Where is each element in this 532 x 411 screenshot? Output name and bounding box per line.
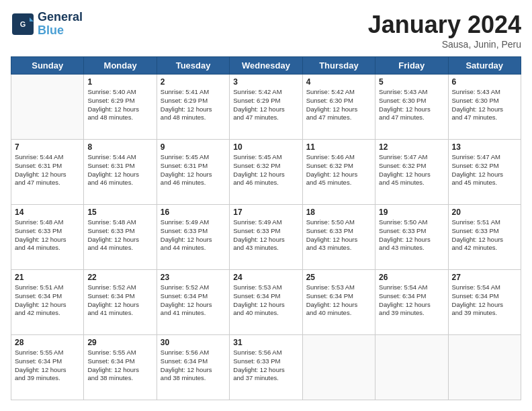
day-number: 22 xyxy=(87,273,152,282)
calendar-cell: 28Sunrise: 5:55 AM Sunset: 6:34 PM Dayli… xyxy=(11,335,84,400)
day-details: Sunrise: 5:51 AM Sunset: 6:33 PM Dayligh… xyxy=(452,218,517,253)
calendar-cell: 16Sunrise: 5:49 AM Sunset: 6:33 PM Dayli… xyxy=(157,205,229,270)
day-details: Sunrise: 5:53 AM Sunset: 6:34 PM Dayligh… xyxy=(306,283,371,318)
calendar-table: SundayMondayTuesdayWednesdayThursdayFrid… xyxy=(11,56,521,400)
calendar-week-1: 1Sunrise: 5:40 AM Sunset: 6:29 PM Daylig… xyxy=(11,75,521,140)
calendar-cell: 5Sunrise: 5:43 AM Sunset: 6:30 PM Daylig… xyxy=(375,75,448,140)
day-number: 21 xyxy=(15,273,80,282)
day-details: Sunrise: 5:48 AM Sunset: 6:33 PM Dayligh… xyxy=(87,218,152,253)
day-number: 20 xyxy=(452,208,517,217)
title-block: January 2024 Sausa, Junin, Peru xyxy=(368,11,521,50)
day-number: 19 xyxy=(379,208,444,217)
calendar-cell: 18Sunrise: 5:50 AM Sunset: 6:33 PM Dayli… xyxy=(302,205,375,270)
calendar-cell: 14Sunrise: 5:48 AM Sunset: 6:33 PM Dayli… xyxy=(11,205,84,270)
day-number: 6 xyxy=(452,77,517,87)
day-details: Sunrise: 5:44 AM Sunset: 6:31 PM Dayligh… xyxy=(87,153,152,187)
weekday-header-thursday: Thursday xyxy=(302,57,375,75)
day-number: 18 xyxy=(306,208,371,217)
day-details: Sunrise: 5:50 AM Sunset: 6:33 PM Dayligh… xyxy=(379,218,444,253)
calendar-cell: 20Sunrise: 5:51 AM Sunset: 6:33 PM Dayli… xyxy=(448,205,521,270)
day-number: 4 xyxy=(306,77,371,87)
day-details: Sunrise: 5:49 AM Sunset: 6:33 PM Dayligh… xyxy=(233,218,298,253)
calendar-week-3: 14Sunrise: 5:48 AM Sunset: 6:33 PM Dayli… xyxy=(11,205,521,270)
calendar-cell: 8Sunrise: 5:44 AM Sunset: 6:31 PM Daylig… xyxy=(84,140,157,205)
header: G General Blue January 2024 Sausa, Junin… xyxy=(11,11,521,50)
day-details: Sunrise: 5:40 AM Sunset: 6:29 PM Dayligh… xyxy=(87,88,152,122)
day-number: 3 xyxy=(233,77,298,87)
weekday-header-tuesday: Tuesday xyxy=(157,57,229,75)
day-number: 14 xyxy=(15,208,80,217)
calendar-cell: 23Sunrise: 5:52 AM Sunset: 6:34 PM Dayli… xyxy=(157,270,229,335)
weekday-header-monday: Monday xyxy=(84,57,157,75)
day-number: 31 xyxy=(233,338,298,347)
day-details: Sunrise: 5:52 AM Sunset: 6:34 PM Dayligh… xyxy=(87,283,152,318)
calendar-cell: 19Sunrise: 5:50 AM Sunset: 6:33 PM Dayli… xyxy=(375,205,448,270)
calendar-week-2: 7Sunrise: 5:44 AM Sunset: 6:31 PM Daylig… xyxy=(11,140,521,205)
day-number: 25 xyxy=(306,273,371,282)
calendar-cell: 31Sunrise: 5:56 AM Sunset: 6:33 PM Dayli… xyxy=(230,335,302,400)
day-number: 23 xyxy=(161,273,226,282)
calendar-cell: 17Sunrise: 5:49 AM Sunset: 6:33 PM Dayli… xyxy=(230,205,302,270)
day-details: Sunrise: 5:43 AM Sunset: 6:30 PM Dayligh… xyxy=(452,88,517,122)
month-title: January 2024 xyxy=(368,11,521,39)
calendar-cell: 29Sunrise: 5:55 AM Sunset: 6:34 PM Dayli… xyxy=(84,335,157,400)
calendar-cell: 6Sunrise: 5:43 AM Sunset: 6:30 PM Daylig… xyxy=(448,75,521,140)
weekday-header-row: SundayMondayTuesdayWednesdayThursdayFrid… xyxy=(11,57,521,75)
calendar-cell: 2Sunrise: 5:41 AM Sunset: 6:29 PM Daylig… xyxy=(157,75,229,140)
day-number: 28 xyxy=(15,338,80,347)
day-details: Sunrise: 5:43 AM Sunset: 6:30 PM Dayligh… xyxy=(379,88,444,122)
calendar-cell: 3Sunrise: 5:42 AM Sunset: 6:29 PM Daylig… xyxy=(230,75,302,140)
subtitle: Sausa, Junin, Peru xyxy=(368,39,521,50)
calendar-cell: 9Sunrise: 5:45 AM Sunset: 6:31 PM Daylig… xyxy=(157,140,229,205)
day-details: Sunrise: 5:54 AM Sunset: 6:34 PM Dayligh… xyxy=(452,283,517,318)
day-number: 5 xyxy=(379,77,444,87)
day-details: Sunrise: 5:56 AM Sunset: 6:34 PM Dayligh… xyxy=(161,349,226,383)
logo-blue: Blue xyxy=(38,24,83,38)
logo-icon: G xyxy=(11,12,35,36)
day-details: Sunrise: 5:55 AM Sunset: 6:34 PM Dayligh… xyxy=(87,349,152,383)
logo-general: General xyxy=(38,11,83,24)
calendar-cell xyxy=(448,335,521,400)
calendar-cell: 13Sunrise: 5:47 AM Sunset: 6:32 PM Dayli… xyxy=(448,140,521,205)
calendar-cell xyxy=(375,335,448,400)
day-number: 2 xyxy=(161,77,226,87)
day-details: Sunrise: 5:55 AM Sunset: 6:34 PM Dayligh… xyxy=(15,349,80,383)
day-details: Sunrise: 5:51 AM Sunset: 6:34 PM Dayligh… xyxy=(15,283,80,318)
day-number: 1 xyxy=(87,77,152,87)
day-number: 7 xyxy=(15,142,80,152)
logo: G General Blue xyxy=(11,11,83,38)
day-number: 30 xyxy=(161,338,226,347)
page: G General Blue January 2024 Sausa, Junin… xyxy=(0,0,532,411)
day-number: 13 xyxy=(452,142,517,152)
day-details: Sunrise: 5:45 AM Sunset: 6:32 PM Dayligh… xyxy=(233,153,298,187)
calendar-cell: 24Sunrise: 5:53 AM Sunset: 6:34 PM Dayli… xyxy=(230,270,302,335)
day-number: 16 xyxy=(161,208,226,217)
calendar-week-5: 28Sunrise: 5:55 AM Sunset: 6:34 PM Dayli… xyxy=(11,335,521,400)
day-details: Sunrise: 5:46 AM Sunset: 6:32 PM Dayligh… xyxy=(306,153,371,187)
day-details: Sunrise: 5:47 AM Sunset: 6:32 PM Dayligh… xyxy=(379,153,444,187)
day-number: 29 xyxy=(87,338,152,347)
day-details: Sunrise: 5:54 AM Sunset: 6:34 PM Dayligh… xyxy=(379,283,444,318)
day-details: Sunrise: 5:41 AM Sunset: 6:29 PM Dayligh… xyxy=(161,88,226,122)
day-details: Sunrise: 5:49 AM Sunset: 6:33 PM Dayligh… xyxy=(161,218,226,253)
calendar-cell: 7Sunrise: 5:44 AM Sunset: 6:31 PM Daylig… xyxy=(11,140,84,205)
calendar-week-4: 21Sunrise: 5:51 AM Sunset: 6:34 PM Dayli… xyxy=(11,270,521,335)
calendar-cell: 21Sunrise: 5:51 AM Sunset: 6:34 PM Dayli… xyxy=(11,270,84,335)
calendar-cell: 25Sunrise: 5:53 AM Sunset: 6:34 PM Dayli… xyxy=(302,270,375,335)
day-details: Sunrise: 5:52 AM Sunset: 6:34 PM Dayligh… xyxy=(161,283,226,318)
day-details: Sunrise: 5:45 AM Sunset: 6:31 PM Dayligh… xyxy=(161,153,226,187)
calendar-body: 1Sunrise: 5:40 AM Sunset: 6:29 PM Daylig… xyxy=(11,75,521,400)
day-number: 17 xyxy=(233,208,298,217)
day-number: 27 xyxy=(452,273,517,282)
weekday-header-sunday: Sunday xyxy=(11,57,84,75)
calendar-header: SundayMondayTuesdayWednesdayThursdayFrid… xyxy=(11,57,521,75)
calendar-cell xyxy=(302,335,375,400)
day-number: 11 xyxy=(306,142,371,152)
day-number: 15 xyxy=(87,208,152,217)
calendar-cell: 27Sunrise: 5:54 AM Sunset: 6:34 PM Dayli… xyxy=(448,270,521,335)
weekday-header-friday: Friday xyxy=(375,57,448,75)
day-details: Sunrise: 5:50 AM Sunset: 6:33 PM Dayligh… xyxy=(306,218,371,253)
day-number: 26 xyxy=(379,273,444,282)
day-number: 9 xyxy=(161,142,226,152)
day-details: Sunrise: 5:56 AM Sunset: 6:33 PM Dayligh… xyxy=(233,349,298,383)
